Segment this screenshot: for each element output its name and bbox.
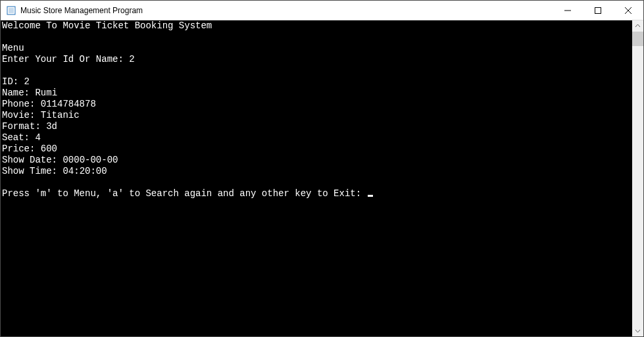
show-date-label: Show Date:	[2, 155, 62, 165]
scrollbar-thumb[interactable]	[632, 32, 643, 46]
title-bar[interactable]: Music Store Management Program	[1, 1, 643, 20]
id-prompt-label: Enter Your Id Or Name:	[2, 54, 129, 65]
id-prompt-value: 2	[129, 54, 134, 65]
show-date-value: 0000-00-00	[62, 155, 118, 165]
movie-value: Titanic	[41, 110, 80, 120]
phone-value: 0114784878	[41, 99, 96, 109]
chevron-down-icon	[635, 328, 641, 334]
close-button[interactable]	[613, 1, 643, 20]
vertical-scrollbar[interactable]	[632, 20, 643, 336]
close-icon	[625, 7, 632, 14]
chevron-up-icon	[635, 23, 641, 29]
scrollbar-track[interactable]	[632, 32, 643, 325]
app-window: Music Store Management Program Welcome T…	[0, 0, 644, 337]
window-title: Music Store Management Program	[20, 6, 143, 15]
console-output[interactable]: Welcome To Movie Ticket Booking System M…	[1, 20, 632, 336]
menu-label: Menu	[2, 43, 24, 53]
footer-prompt: Press 'm' to Menu, 'a' to Search again a…	[2, 188, 367, 199]
phone-label: Phone:	[2, 99, 41, 109]
maximize-icon	[595, 7, 601, 14]
seat-label: Seat:	[2, 132, 35, 143]
svg-rect-1	[9, 8, 14, 13]
format-label: Format:	[2, 121, 46, 132]
client-area: Welcome To Movie Ticket Booking System M…	[1, 20, 643, 336]
maximize-button[interactable]	[583, 1, 613, 20]
price-label: Price:	[2, 143, 41, 154]
minimize-icon	[564, 7, 571, 14]
text-cursor	[368, 195, 373, 197]
name-label: Name:	[2, 88, 35, 98]
format-value: 3d	[46, 121, 57, 132]
name-value: Rumi	[35, 88, 57, 98]
scroll-up-button[interactable]	[632, 20, 643, 32]
scroll-down-button[interactable]	[632, 325, 643, 336]
app-icon	[6, 5, 16, 16]
welcome-line: Welcome To Movie Ticket Booking System	[2, 20, 212, 31]
price-value: 600	[41, 143, 57, 154]
movie-label: Movie:	[2, 110, 41, 120]
show-time-value: 04:20:00	[62, 166, 107, 176]
window-controls	[553, 1, 643, 20]
svg-rect-2	[595, 7, 601, 13]
show-time-label: Show Time:	[2, 166, 62, 176]
id-value: 2	[24, 76, 30, 87]
id-label: ID:	[2, 76, 24, 87]
seat-value: 4	[35, 132, 40, 143]
minimize-button[interactable]	[553, 1, 583, 20]
